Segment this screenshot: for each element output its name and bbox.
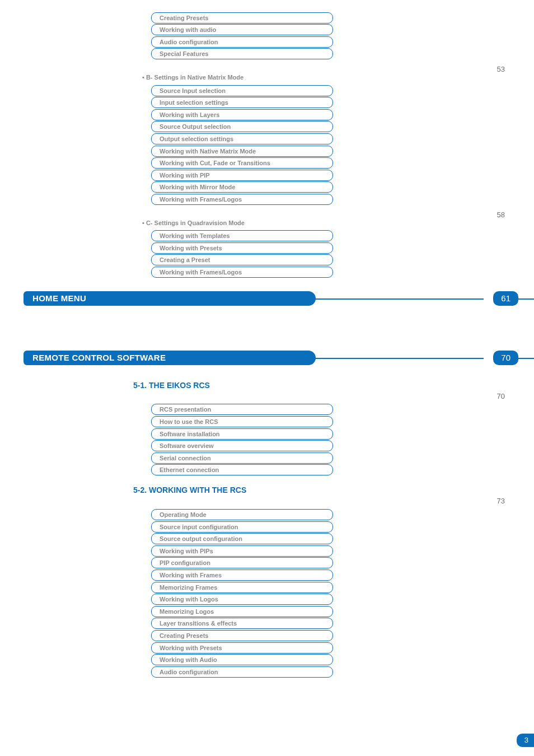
- toc-link[interactable]: Layer transitions & effects: [151, 618, 333, 629]
- toc-link[interactable]: PIP configuration: [151, 557, 333, 568]
- toc-link[interactable]: Working with audio: [151, 24, 333, 35]
- sec-5-2-title: 5-2. WORKING WITH THE RCS: [133, 486, 534, 494]
- toc-link[interactable]: Audio configuration: [151, 36, 333, 48]
- toc-link[interactable]: Working with Presets: [151, 242, 333, 254]
- toc-link[interactable]: Working with Audio: [151, 654, 333, 665]
- toc-link[interactable]: Serial connection: [151, 452, 333, 464]
- toc-link[interactable]: How to use the RCS: [151, 416, 333, 427]
- toc-link[interactable]: Working with PIPs: [151, 545, 333, 557]
- toc-link[interactable]: Special Features: [151, 48, 333, 59]
- section-b-items: Source Input selection Input selection s…: [151, 85, 333, 205]
- toc-link[interactable]: Working with Cut, Fade or Transitions: [151, 157, 333, 169]
- section-c-items: Working with Templates Working with Pres…: [151, 230, 333, 278]
- page-number: 58: [497, 211, 505, 219]
- toc-link[interactable]: Output selection settings: [151, 133, 333, 144]
- toc-link[interactable]: Working with Mirror Mode: [151, 181, 333, 193]
- toc-link[interactable]: Source Input selection: [151, 85, 333, 96]
- sec-5-1-items: RCS presentation How to use the RCS Soft…: [151, 404, 333, 475]
- sec-5-2-items: Operating Mode Source input configuratio…: [151, 509, 333, 678]
- toc-link[interactable]: Working with Native Matrix Mode: [151, 146, 333, 157]
- toc-link[interactable]: Working with Frames: [151, 570, 333, 581]
- toc-link[interactable]: Creating Presets: [151, 630, 333, 641]
- toc-link[interactable]: Input selection settings: [151, 97, 333, 108]
- section-title[interactable]: HOME MENU: [24, 291, 316, 306]
- toc-link[interactable]: Working with Templates: [151, 230, 333, 241]
- toc-link[interactable]: Source Output selection: [151, 121, 333, 132]
- toc-link[interactable]: Source input configuration: [151, 521, 333, 533]
- toc-link[interactable]: Operating Mode: [151, 509, 333, 520]
- top-pill-group: Creating Presets Working with audio Audi…: [151, 12, 333, 60]
- page-number: 73: [497, 497, 505, 505]
- toc-link[interactable]: Creating a Preset: [151, 254, 333, 265]
- toc-link[interactable]: Audio configuration: [151, 666, 333, 678]
- home-menu-bar: HOME MENU 61: [0, 291, 534, 306]
- section-b-title: B- Settings in Native Matrix Mode: [142, 74, 243, 81]
- toc-link[interactable]: Working with PIP: [151, 170, 333, 181]
- toc-link[interactable]: Source output configuration: [151, 533, 333, 544]
- toc-link[interactable]: Working with Layers: [151, 109, 333, 120]
- toc-link[interactable]: Working with Presets: [151, 642, 333, 654]
- toc-link[interactable]: Software overview: [151, 440, 333, 451]
- toc-link[interactable]: Working with Logos: [151, 594, 333, 605]
- toc-link[interactable]: Working with Frames/Logos: [151, 267, 333, 278]
- remote-bar: REMOTE CONTROL SOFTWARE 70: [0, 351, 534, 365]
- page-number: 70: [497, 392, 505, 400]
- footer-page-number: 3: [517, 734, 534, 747]
- toc-link[interactable]: Ethernet connection: [151, 464, 333, 475]
- toc-link[interactable]: Memorizing Frames: [151, 582, 333, 593]
- toc-link[interactable]: Software installation: [151, 428, 333, 440]
- section-c-title: C- Settings in Quadravision Mode: [142, 220, 245, 226]
- toc-link[interactable]: Working with Frames/Logos: [151, 194, 333, 205]
- toc-link[interactable]: Memorizing Logos: [151, 606, 333, 617]
- toc-link[interactable]: RCS presentation: [151, 404, 333, 415]
- sec-5-1-title: 5-1. THE EIKOS RCS: [133, 381, 534, 390]
- page-number: 53: [497, 65, 505, 73]
- section-title[interactable]: REMOTE CONTROL SOFTWARE: [24, 351, 316, 365]
- toc-link[interactable]: Creating Presets: [151, 12, 333, 24]
